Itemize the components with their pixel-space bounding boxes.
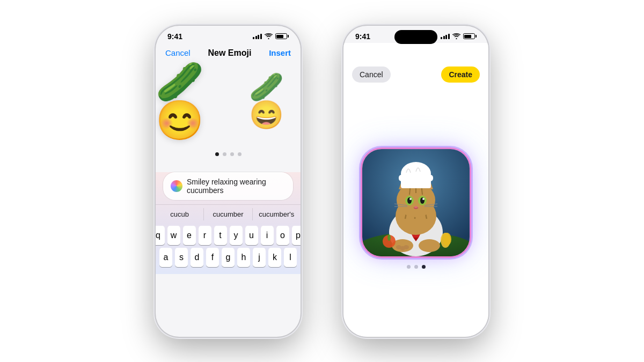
page-dot-4[interactable] xyxy=(238,152,241,156)
key-d[interactable]: d xyxy=(191,248,203,267)
key-r[interactable]: r xyxy=(199,226,211,245)
key-a[interactable]: a xyxy=(159,248,172,267)
keyboard-area: Smiley relaxing wearing cucumbers cucub … xyxy=(156,172,301,274)
sticker-dot-1[interactable] xyxy=(407,265,411,269)
status-icons xyxy=(253,33,289,39)
svg-point-20 xyxy=(401,162,431,186)
sticker-dot-3[interactable] xyxy=(422,265,426,269)
status-time-2: 9:41 xyxy=(355,32,370,41)
battery-icon-2 xyxy=(463,33,477,39)
key-t[interactable]: t xyxy=(214,226,227,245)
key-w[interactable]: w xyxy=(167,226,180,245)
page-dot-1[interactable] xyxy=(215,152,219,156)
nav-bar: Cancel New Emoji Insert xyxy=(156,43,301,62)
svg-point-36 xyxy=(404,245,409,249)
key-f[interactable]: f xyxy=(206,248,219,267)
autocomplete-row: cucub cucumber cucumber's xyxy=(156,204,301,224)
key-row-2: a s d f g h j k l xyxy=(160,248,296,267)
svg-point-25 xyxy=(409,198,412,200)
key-h[interactable]: h xyxy=(237,248,250,267)
signal-icon-2 xyxy=(441,34,450,39)
emoji-secondary[interactable]: 🥒😄 xyxy=(249,73,301,129)
svg-point-33 xyxy=(419,239,440,252)
create-button[interactable]: Create xyxy=(441,67,480,83)
genmoji-icon xyxy=(171,180,182,192)
page-dots-2 xyxy=(407,265,426,269)
emoji-screen: Cancel New Emoji Insert 🥒😊 🥒😄 Smiley rel… xyxy=(156,43,301,274)
sticker-screen: Cancel Create xyxy=(343,43,488,337)
phone-2: 9:41 Cancel Create xyxy=(343,26,488,337)
emoji-row: 🥒😊 🥒😄 xyxy=(156,62,301,139)
autocomplete-item-1[interactable]: cucub xyxy=(156,208,204,220)
sticker-frame[interactable] xyxy=(362,149,470,256)
autocomplete-item-3[interactable]: cucumber's xyxy=(253,208,301,220)
status-icons-2 xyxy=(441,33,477,39)
key-l[interactable]: l xyxy=(284,248,297,267)
keyboard: q w e r t y u i o p a s d f g h xyxy=(156,224,301,274)
emoji-display-area: 🥒😊 🥒😄 xyxy=(156,62,301,167)
svg-point-38 xyxy=(387,234,391,241)
signal-icon xyxy=(253,34,262,39)
search-bar[interactable]: Smiley relaxing wearing cucumbers xyxy=(163,172,293,200)
cancel-button[interactable]: Cancel xyxy=(165,48,191,57)
key-k[interactable]: k xyxy=(268,248,281,267)
page-dot-3[interactable] xyxy=(230,152,234,156)
screen-title: New Emoji xyxy=(208,48,251,58)
status-bar: 9:41 xyxy=(156,26,301,43)
nav-bar-2: Cancel Create xyxy=(343,43,488,87)
key-o[interactable]: o xyxy=(276,226,289,245)
key-j[interactable]: j xyxy=(253,248,266,267)
svg-point-40 xyxy=(443,233,451,246)
key-p[interactable]: p xyxy=(292,226,301,245)
key-q[interactable]: q xyxy=(156,226,165,245)
sticker-dot-2[interactable] xyxy=(414,265,418,269)
wifi-icon-2 xyxy=(452,33,460,39)
key-g[interactable]: g xyxy=(222,248,235,267)
cat-image xyxy=(362,149,470,256)
emoji-main[interactable]: 🥒😊 xyxy=(156,62,228,139)
wifi-icon xyxy=(265,33,273,39)
search-input-text[interactable]: Smiley relaxing wearing cucumbers xyxy=(187,178,286,195)
key-i[interactable]: i xyxy=(261,226,274,245)
key-s[interactable]: s xyxy=(175,248,188,267)
chef-cat-illustration xyxy=(362,149,470,256)
page-dot-2[interactable] xyxy=(223,152,226,156)
sticker-canvas xyxy=(343,87,488,337)
key-u[interactable]: u xyxy=(245,226,258,245)
battery-icon xyxy=(275,33,289,39)
autocomplete-item-2[interactable]: cucumber xyxy=(204,208,252,220)
key-y[interactable]: y xyxy=(230,226,243,245)
page-dots xyxy=(215,152,241,156)
key-e[interactable]: e xyxy=(183,226,196,245)
insert-button[interactable]: Insert xyxy=(269,48,291,57)
dynamic-island xyxy=(394,30,437,44)
status-time: 9:41 xyxy=(167,32,182,41)
phone-1: 9:41 Cancel New Emoji Inser xyxy=(156,26,301,337)
svg-point-26 xyxy=(422,198,425,200)
key-row-1: q w e r t y u i o p xyxy=(160,226,296,245)
cancel-button-2[interactable]: Cancel xyxy=(352,67,391,83)
